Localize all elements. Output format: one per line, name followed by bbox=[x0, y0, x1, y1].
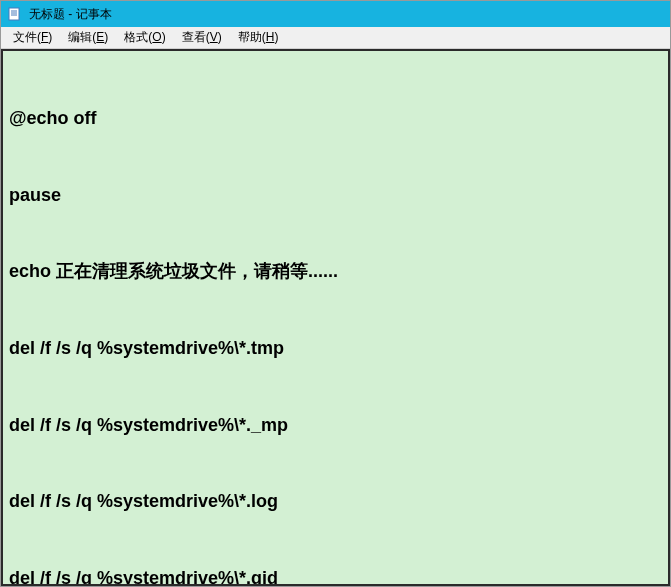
editor-line: del /f /s /q %systemdrive%\*._mp bbox=[9, 413, 662, 439]
editor-line: del /f /s /q %systemdrive%\*.gid bbox=[9, 566, 662, 586]
menu-view[interactable]: 查看(V) bbox=[174, 27, 230, 48]
text-editor[interactable]: @echo off pause echo 正在清理系统垃圾文件，请稍等.....… bbox=[1, 49, 670, 586]
menu-help[interactable]: 帮助(H) bbox=[230, 27, 287, 48]
titlebar[interactable]: 无标题 - 记事本 bbox=[1, 1, 670, 27]
menu-format[interactable]: 格式(O) bbox=[116, 27, 173, 48]
menu-file[interactable]: 文件(F) bbox=[5, 27, 60, 48]
svg-rect-0 bbox=[9, 8, 19, 20]
editor-line: echo 正在清理系统垃圾文件，请稍等...... bbox=[9, 259, 662, 285]
editor-line: pause bbox=[9, 183, 662, 209]
editor-line: @echo off bbox=[9, 106, 662, 132]
menu-edit[interactable]: 编辑(E) bbox=[60, 27, 116, 48]
notepad-icon bbox=[7, 6, 23, 22]
notepad-window: 无标题 - 记事本 文件(F) 编辑(E) 格式(O) 查看(V) 帮助(H) … bbox=[0, 0, 671, 587]
window-title: 无标题 - 记事本 bbox=[29, 6, 112, 23]
editor-line: del /f /s /q %systemdrive%\*.log bbox=[9, 489, 662, 515]
menubar: 文件(F) 编辑(E) 格式(O) 查看(V) 帮助(H) bbox=[1, 27, 670, 49]
editor-line: del /f /s /q %systemdrive%\*.tmp bbox=[9, 336, 662, 362]
